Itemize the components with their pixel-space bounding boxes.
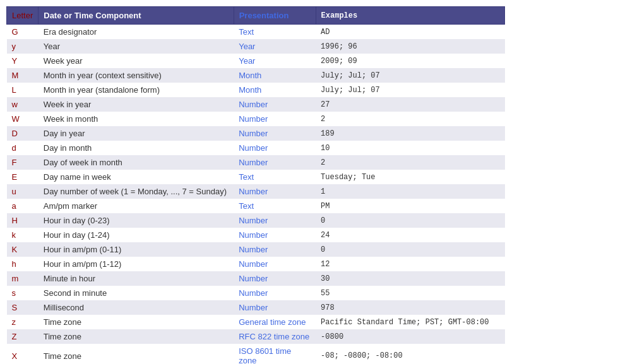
cell-component: Month in year (context sensitive) bbox=[39, 68, 234, 83]
cell-presentation: Text bbox=[234, 170, 316, 184]
cell-letter: H bbox=[7, 213, 39, 228]
cell-presentation: Text bbox=[234, 199, 316, 213]
table-row: uDay number of week (1 = Monday, ..., 7 … bbox=[7, 184, 505, 199]
cell-examples: -08; -0800; -08:00 bbox=[316, 344, 504, 364]
cell-letter: X bbox=[7, 344, 39, 364]
cell-presentation: Number bbox=[234, 242, 316, 257]
cell-presentation: Number bbox=[234, 97, 316, 112]
cell-letter: m bbox=[7, 271, 39, 286]
cell-examples: 189 bbox=[316, 126, 504, 141]
table-row: XTime zoneISO 8601 time zone-08; -0800; … bbox=[7, 344, 505, 364]
cell-component: Second in minute bbox=[39, 286, 234, 300]
cell-letter: F bbox=[7, 155, 39, 170]
header-examples: Examples bbox=[316, 7, 504, 25]
cell-presentation: Number bbox=[234, 141, 316, 155]
table-row: SMillisecondNumber978 bbox=[7, 300, 505, 315]
cell-letter: E bbox=[7, 170, 39, 184]
cell-component: Week in year bbox=[39, 97, 234, 112]
cell-presentation: Year bbox=[234, 39, 316, 54]
cell-presentation: Number bbox=[234, 213, 316, 228]
table-row: GEra designatorTextAD bbox=[7, 25, 505, 40]
table-row: WWeek in monthNumber2 bbox=[7, 112, 505, 126]
cell-letter: z bbox=[7, 315, 39, 329]
table-row: KHour in am/pm (0-11)Number0 bbox=[7, 242, 505, 257]
cell-component: Hour in am/pm (1-12) bbox=[39, 257, 234, 271]
table-row: LMonth in year (standalone form)MonthJul… bbox=[7, 83, 505, 97]
cell-letter: L bbox=[7, 83, 39, 97]
cell-letter: S bbox=[7, 300, 39, 315]
cell-examples: 1996; 96 bbox=[316, 39, 504, 54]
cell-examples: 27 bbox=[316, 97, 504, 112]
cell-component: Time zone bbox=[39, 344, 234, 364]
cell-component: Time zone bbox=[39, 315, 234, 329]
table-row: MMonth in year (context sensitive)MonthJ… bbox=[7, 68, 505, 83]
cell-presentation: Number bbox=[234, 112, 316, 126]
cell-letter: D bbox=[7, 126, 39, 141]
cell-presentation: Number bbox=[234, 155, 316, 170]
cell-examples: PM bbox=[316, 199, 504, 213]
cell-presentation: General time zone bbox=[234, 315, 316, 329]
table-row: DDay in yearNumber189 bbox=[7, 126, 505, 141]
cell-examples: 1 bbox=[316, 184, 504, 199]
cell-examples: 0 bbox=[316, 242, 504, 257]
cell-component: Minute in hour bbox=[39, 271, 234, 286]
cell-presentation: Text bbox=[234, 25, 316, 40]
cell-examples: 2009; 09 bbox=[316, 54, 504, 68]
cell-examples: 0 bbox=[316, 213, 504, 228]
header-presentation: Presentation bbox=[234, 7, 316, 25]
cell-component: Week in month bbox=[39, 112, 234, 126]
cell-letter: M bbox=[7, 68, 39, 83]
cell-component: Week year bbox=[39, 54, 234, 68]
table-row: hHour in am/pm (1-12)Number12 bbox=[7, 257, 505, 271]
cell-examples: 55 bbox=[316, 286, 504, 300]
table-row: FDay of week in monthNumber2 bbox=[7, 155, 505, 170]
header-letter: Letter bbox=[7, 7, 39, 25]
table-row: aAm/pm markerTextPM bbox=[7, 199, 505, 213]
cell-component: Time zone bbox=[39, 329, 234, 344]
cell-component: Hour in day (1-24) bbox=[39, 228, 234, 242]
cell-presentation: Number bbox=[234, 286, 316, 300]
cell-examples: AD bbox=[316, 25, 504, 40]
cell-letter: Y bbox=[7, 54, 39, 68]
header-component: Date or Time Component bbox=[39, 7, 234, 25]
cell-component: Hour in am/pm (0-11) bbox=[39, 242, 234, 257]
cell-component: Day of week in month bbox=[39, 155, 234, 170]
cell-letter: s bbox=[7, 286, 39, 300]
cell-presentation: ISO 8601 time zone bbox=[234, 344, 316, 364]
cell-component: Month in year (standalone form) bbox=[39, 83, 234, 97]
table-row: wWeek in yearNumber27 bbox=[7, 97, 505, 112]
cell-presentation: Number bbox=[234, 257, 316, 271]
table-row: dDay in monthNumber10 bbox=[7, 141, 505, 155]
cell-presentation: Year bbox=[234, 54, 316, 68]
cell-component: Year bbox=[39, 39, 234, 54]
cell-presentation: Number bbox=[234, 271, 316, 286]
cell-letter: G bbox=[7, 25, 39, 40]
cell-examples: 2 bbox=[316, 112, 504, 126]
table-row: HHour in day (0-23)Number0 bbox=[7, 213, 505, 228]
table-row: ZTime zoneRFC 822 time zone-0800 bbox=[7, 329, 505, 344]
table-row: YWeek yearYear2009; 09 bbox=[7, 54, 505, 68]
cell-letter: a bbox=[7, 199, 39, 213]
cell-component: Day in month bbox=[39, 141, 234, 155]
cell-examples: 30 bbox=[316, 271, 504, 286]
main-container: Letter Date or Time Component Presentati… bbox=[0, 0, 630, 364]
cell-letter: u bbox=[7, 184, 39, 199]
cell-examples: Tuesday; Tue bbox=[316, 170, 504, 184]
cell-examples: Pacific Standard Time; PST; GMT-08:00 bbox=[316, 315, 504, 329]
table-row: sSecond in minuteNumber55 bbox=[7, 286, 505, 300]
cell-examples: July; Jul; 07 bbox=[316, 83, 504, 97]
cell-letter: w bbox=[7, 97, 39, 112]
cell-component: Era designator bbox=[39, 25, 234, 40]
cell-component: Day name in week bbox=[39, 170, 234, 184]
table-row: mMinute in hourNumber30 bbox=[7, 271, 505, 286]
table-row: kHour in day (1-24)Number24 bbox=[7, 228, 505, 242]
cell-presentation: Number bbox=[234, 228, 316, 242]
cell-letter: y bbox=[7, 39, 39, 54]
table-header-row: Letter Date or Time Component Presentati… bbox=[7, 7, 505, 25]
cell-presentation: Month bbox=[234, 83, 316, 97]
date-format-table: Letter Date or Time Component Presentati… bbox=[6, 6, 505, 364]
table-row: yYearYear1996; 96 bbox=[7, 39, 505, 54]
cell-presentation: Number bbox=[234, 126, 316, 141]
cell-presentation: Number bbox=[234, 184, 316, 199]
cell-letter: W bbox=[7, 112, 39, 126]
